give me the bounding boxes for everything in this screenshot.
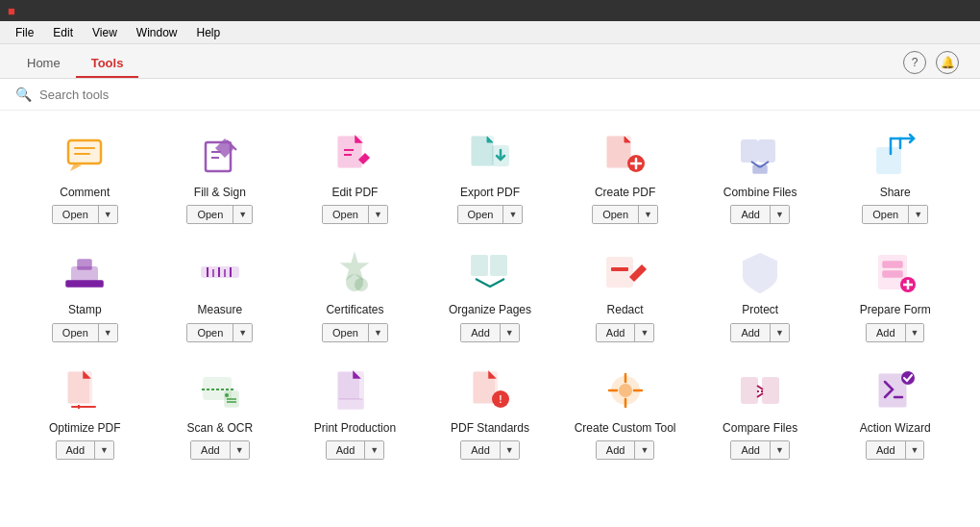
create-pdf-main-button[interactable]: Open <box>593 206 638 223</box>
print-production-icon <box>330 365 380 415</box>
scan-ocr-icon <box>195 365 245 415</box>
compare-files-btn-group: Add ▼ <box>730 440 790 460</box>
tab-home[interactable]: Home <box>12 50 76 78</box>
svg-rect-29 <box>66 281 103 287</box>
create-custom-tool-btn-group: Add ▼ <box>596 440 655 460</box>
certificates-arrow-button[interactable]: ▼ <box>368 324 387 341</box>
fill-sign-main-button[interactable]: Open <box>187 206 233 223</box>
prepare-form-main-button[interactable]: Add <box>867 324 905 341</box>
menu-window[interactable]: Window <box>129 24 185 41</box>
combine-files-arrow-button[interactable]: ▼ <box>770 206 789 223</box>
window-controls <box>907 4 972 17</box>
compare-files-main-button[interactable]: Add <box>731 441 770 459</box>
scan-ocr-main-button[interactable]: Add <box>191 441 230 459</box>
prepare-form-btn-group: Add ▼ <box>866 323 925 342</box>
prepare-form-label: Prepare Form <box>860 303 931 316</box>
optimize-pdf-main-button[interactable]: Add <box>57 441 95 459</box>
compare-files-arrow-button[interactable]: ▼ <box>770 441 789 459</box>
svg-rect-0 <box>68 140 101 163</box>
menu-view[interactable]: View <box>85 24 125 41</box>
comment-label: Comment <box>60 186 110 199</box>
tool-certificates: Certificates Open ▼ <box>289 238 421 347</box>
protect-arrow-button[interactable]: ▼ <box>770 324 789 341</box>
tool-export-pdf: Export PDF Open ▼ <box>425 120 556 230</box>
export-pdf-btn-group: Open ▼ <box>457 205 524 224</box>
prepare-form-arrow-button[interactable]: ▼ <box>905 324 924 341</box>
organize-pages-btn-group: Add ▼ <box>460 323 520 342</box>
edit-pdf-icon <box>330 130 380 180</box>
tool-create-pdf: Create PDF Open ▼ <box>559 120 691 230</box>
svg-rect-68 <box>742 378 757 403</box>
svg-rect-43 <box>883 262 902 267</box>
combine-files-label: Combine Files <box>723 186 797 199</box>
tool-action-wizard: Action Wizard Add ▼ <box>829 356 961 465</box>
create-custom-tool-main-button[interactable]: Add <box>597 441 635 459</box>
optimize-pdf-arrow-button[interactable]: ▼ <box>94 441 113 459</box>
compare-files-label: Compare Files <box>723 421 797 435</box>
optimize-pdf-label: Optimize PDF <box>49 421 121 435</box>
create-custom-tool-arrow-button[interactable]: ▼ <box>634 441 653 459</box>
organize-pages-main-button[interactable]: Add <box>461 324 500 341</box>
pdf-standards-icon: ! <box>465 365 515 415</box>
comment-arrow-button[interactable]: ▼ <box>98 206 117 223</box>
export-pdf-arrow-button[interactable]: ▼ <box>502 206 522 223</box>
comment-main-button[interactable]: Open <box>53 206 98 223</box>
redact-arrow-button[interactable]: ▼ <box>634 324 653 341</box>
menu-help[interactable]: Help <box>189 24 229 41</box>
stamp-btn-group: Open ▼ <box>52 323 118 342</box>
scan-ocr-arrow-button[interactable]: ▼ <box>230 441 249 459</box>
menu-edit[interactable]: Edit <box>45 24 81 41</box>
create-pdf-label: Create PDF <box>595 186 655 199</box>
svg-rect-19 <box>742 140 757 162</box>
create-pdf-arrow-button[interactable]: ▼ <box>638 206 657 223</box>
redact-icon <box>600 247 650 297</box>
menu-bar: File Edit View Window Help <box>0 21 980 44</box>
measure-main-button[interactable]: Open <box>187 324 233 341</box>
combine-files-icon <box>735 130 785 180</box>
tools-content: Comment Open ▼ Fill & Sign Open ▼ <box>0 111 980 518</box>
protect-main-button[interactable]: Add <box>731 324 770 341</box>
svg-rect-41 <box>611 267 628 271</box>
tool-protect: Protect Add ▼ <box>695 238 826 347</box>
print-production-main-button[interactable]: Add <box>327 441 365 459</box>
fill-sign-arrow-button[interactable]: ▼ <box>233 206 252 223</box>
organize-pages-arrow-button[interactable]: ▼ <box>500 324 519 341</box>
help-button[interactable]: ? <box>903 51 926 74</box>
svg-rect-44 <box>883 271 902 277</box>
pdf-standards-arrow-button[interactable]: ▼ <box>500 441 519 459</box>
pdf-standards-main-button[interactable]: Add <box>461 441 500 459</box>
redact-main-button[interactable]: Add <box>597 324 635 341</box>
share-main-button[interactable]: Open <box>863 206 908 223</box>
notification-button[interactable]: 🔔 <box>936 51 959 74</box>
combine-files-main-button[interactable]: Add <box>731 206 770 223</box>
tab-tools[interactable]: Tools <box>76 50 139 78</box>
action-wizard-label: Action Wizard <box>860 421 931 435</box>
combine-files-btn-group: Add ▼ <box>730 205 790 224</box>
export-pdf-main-button[interactable]: Open <box>458 206 503 223</box>
restore-button[interactable] <box>930 4 949 17</box>
svg-rect-39 <box>491 256 506 275</box>
svg-point-63 <box>620 385 631 396</box>
menu-file[interactable]: File <box>8 24 41 41</box>
print-production-label: Print Production <box>314 421 396 435</box>
create-custom-tool-icon <box>600 365 650 415</box>
certificates-main-button[interactable]: Open <box>323 324 368 341</box>
share-arrow-button[interactable]: ▼ <box>908 206 927 223</box>
search-input[interactable] <box>39 88 232 102</box>
edit-pdf-arrow-button[interactable]: ▼ <box>368 206 387 223</box>
print-production-arrow-button[interactable]: ▼ <box>364 441 383 459</box>
stamp-main-button[interactable]: Open <box>53 324 98 341</box>
comment-btn-group: Open ▼ <box>52 205 118 224</box>
svg-point-54 <box>225 393 229 397</box>
edit-pdf-main-button[interactable]: Open <box>323 206 368 223</box>
print-production-btn-group: Add ▼ <box>326 440 385 460</box>
close-button[interactable] <box>953 4 972 17</box>
stamp-arrow-button[interactable]: ▼ <box>98 324 117 341</box>
action-wizard-arrow-button[interactable]: ▼ <box>905 441 924 459</box>
action-wizard-main-button[interactable]: Add <box>867 441 905 459</box>
action-wizard-icon <box>870 365 920 415</box>
measure-arrow-button[interactable]: ▼ <box>233 324 252 341</box>
minimize-button[interactable] <box>907 4 926 17</box>
tool-measure: Measure Open ▼ <box>155 238 286 347</box>
tool-print-production: Print Production Add ▼ <box>289 356 421 465</box>
